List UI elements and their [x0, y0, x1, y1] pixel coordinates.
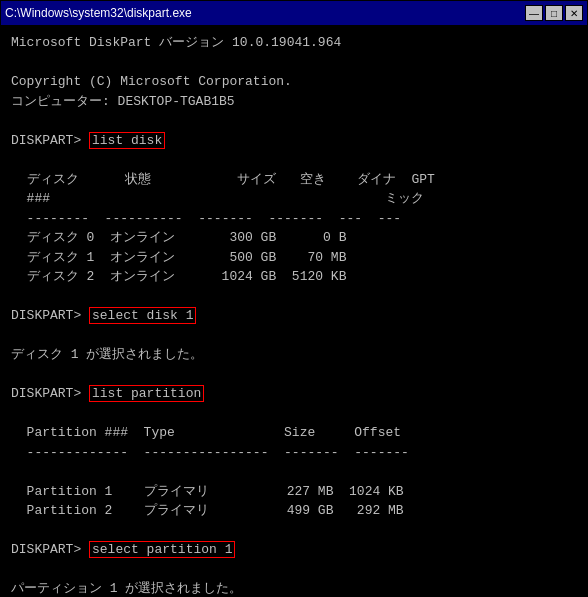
blank10: [11, 560, 577, 580]
table-sub: ### ミック: [11, 189, 577, 209]
blank6: [11, 365, 577, 385]
blank3: [11, 150, 577, 170]
command4: select partition 1: [89, 541, 235, 558]
blank7: [11, 404, 577, 424]
msg-line2: パーティション 1 が選択されました。: [11, 579, 577, 596]
prompt-line1: DISKPART> list disk: [11, 131, 577, 151]
disk-row2: ディスク 1 オンライン 500 GB 70 MB: [11, 248, 577, 268]
blank1: [11, 53, 577, 73]
minimize-button[interactable]: —: [525, 5, 543, 21]
disk-row3: ディスク 2 オンライン 1024 GB 5120 KB: [11, 267, 577, 287]
command2: select disk 1: [89, 307, 196, 324]
blank8: [11, 462, 577, 482]
window: C:\Windows\system32\diskpart.exe — □ ✕ M…: [0, 0, 588, 597]
prompt-line3: DISKPART> list partition: [11, 384, 577, 404]
table-header: ディスク 状態 サイズ 空き ダイナ GPT: [11, 170, 577, 190]
header-line3: コンピューター: DESKTOP-TGAB1B5: [11, 92, 577, 112]
blank5: [11, 326, 577, 346]
header-line2: Copyright (C) Microsoft Corporation.: [11, 72, 577, 92]
prompt-line4: DISKPART> select partition 1: [11, 540, 577, 560]
blank4: [11, 287, 577, 307]
title-bar: C:\Windows\system32\diskpart.exe — □ ✕: [1, 1, 587, 25]
part-header: Partition ### Type Size Offset: [11, 423, 577, 443]
header-line1: Microsoft DiskPart バージョン 10.0.19041.964: [11, 33, 577, 53]
close-button[interactable]: ✕: [565, 5, 583, 21]
window-title: C:\Windows\system32\diskpart.exe: [5, 6, 192, 20]
part-row1: Partition 1 プライマリ 227 MB 1024 KB: [11, 482, 577, 502]
command1: list disk: [89, 132, 165, 149]
maximize-button[interactable]: □: [545, 5, 563, 21]
command3: list partition: [89, 385, 204, 402]
prompt-line2: DISKPART> select disk 1: [11, 306, 577, 326]
part-div: ------------- ---------------- ------- -…: [11, 443, 577, 463]
table-div: -------- ---------- ------- ------- --- …: [11, 209, 577, 229]
blank2: [11, 111, 577, 131]
console-area: Microsoft DiskPart バージョン 10.0.19041.964 …: [1, 25, 587, 596]
msg-line1: ディスク 1 が選択されました。: [11, 345, 577, 365]
disk-row1: ディスク 0 オンライン 300 GB 0 B: [11, 228, 577, 248]
blank9: [11, 521, 577, 541]
window-controls: — □ ✕: [525, 5, 583, 21]
part-row2: Partition 2 プライマリ 499 GB 292 MB: [11, 501, 577, 521]
